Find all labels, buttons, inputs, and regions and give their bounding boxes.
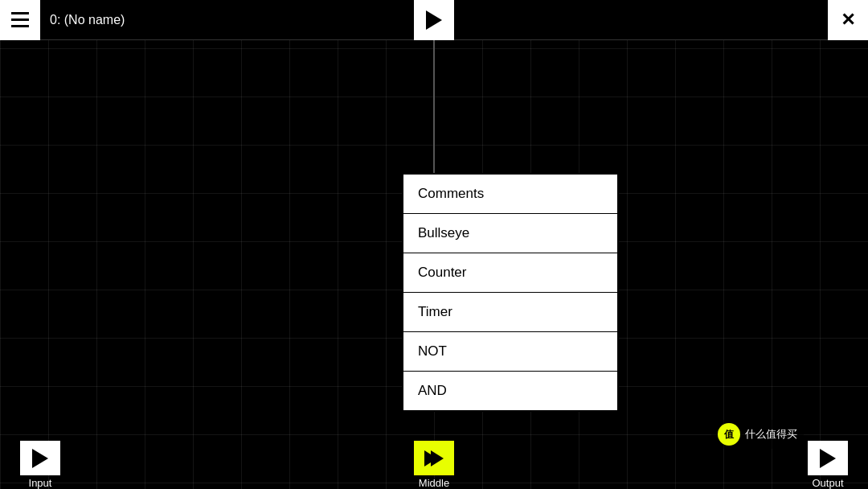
menu-item-counter[interactable]: Counter — [403, 253, 617, 293]
context-menu: Comments Bullseye Counter Timer NOT AND — [402, 173, 619, 412]
input-node: Input — [12, 441, 68, 489]
middle-label: Middle — [419, 477, 449, 489]
menu-item-not[interactable]: NOT — [403, 332, 617, 372]
menu-item-timer[interactable]: Timer — [403, 293, 617, 332]
input-label: Input — [29, 477, 52, 489]
input-arrow-icon — [32, 449, 48, 468]
header-bar: 0: (No name) ✕ — [0, 0, 868, 40]
play-icon — [426, 10, 442, 30]
input-button[interactable] — [20, 441, 60, 475]
menu-item-and[interactable]: AND — [403, 372, 617, 410]
middle-button[interactable] — [414, 441, 454, 475]
watermark-icon: 值 — [718, 423, 740, 446]
output-arrow-icon — [820, 449, 836, 468]
output-button[interactable] — [808, 441, 848, 475]
middle-node: Middle — [406, 441, 462, 489]
watermark: 值 什么值得买 — [711, 420, 804, 449]
menu-bar-2 — [11, 18, 29, 21]
menu-bar-1 — [11, 12, 29, 14]
play-button[interactable] — [414, 0, 454, 40]
output-label: Output — [812, 477, 843, 489]
output-node: Output — [800, 441, 856, 489]
menu-item-comments[interactable]: Comments — [403, 175, 617, 214]
menu-button[interactable] — [0, 0, 40, 40]
watermark-text: 什么值得买 — [745, 427, 797, 442]
middle-double-arrow-icon — [424, 450, 444, 466]
close-button[interactable]: ✕ — [828, 0, 868, 40]
menu-item-bullseye[interactable]: Bullseye — [403, 214, 617, 253]
menu-bar-3 — [11, 25, 29, 27]
